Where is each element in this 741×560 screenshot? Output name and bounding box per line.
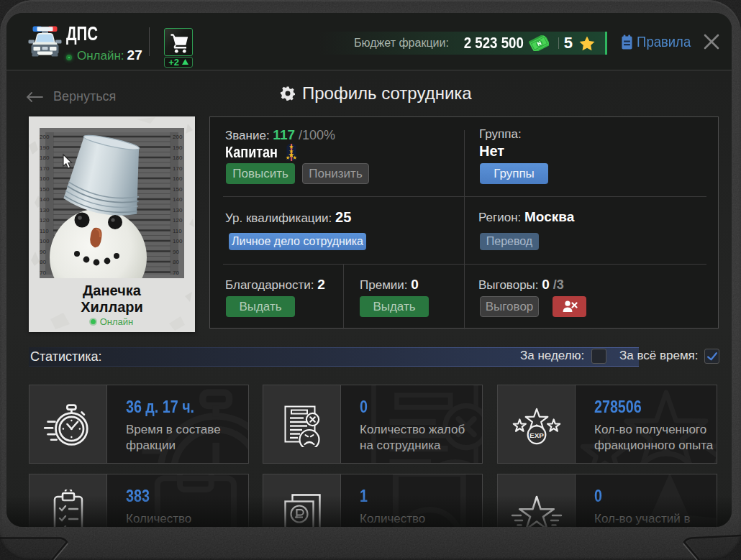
svg-text:EXP: EXP — [529, 431, 544, 439]
svg-text:130: 130 — [40, 207, 50, 214]
svg-text:200: 200 — [40, 134, 50, 140]
svg-text:70: 70 — [40, 270, 46, 276]
svg-text:140: 140 — [173, 196, 183, 203]
svg-text:180: 180 — [173, 155, 183, 161]
svg-text:90: 90 — [173, 249, 179, 255]
svg-text:190: 190 — [173, 144, 183, 151]
svg-text:100: 100 — [173, 238, 183, 244]
svg-text:80: 80 — [40, 259, 46, 265]
svg-text:100: 100 — [40, 238, 50, 244]
svg-text:120: 120 — [173, 217, 183, 224]
svg-text:180: 180 — [40, 155, 50, 161]
svg-text:90: 90 — [40, 249, 46, 255]
svg-text:150: 150 — [173, 186, 183, 193]
svg-text:110: 110 — [173, 228, 182, 234]
svg-text:70: 70 — [173, 270, 179, 276]
svg-text:110: 110 — [40, 228, 49, 234]
svg-text:150: 150 — [40, 186, 50, 193]
svg-text:190: 190 — [40, 144, 50, 151]
svg-text:140: 140 — [40, 196, 50, 203]
svg-text:170: 170 — [173, 165, 183, 172]
svg-text:170: 170 — [40, 165, 50, 172]
svg-text:130: 130 — [173, 207, 183, 214]
svg-text:80: 80 — [173, 259, 179, 265]
svg-text:160: 160 — [173, 175, 183, 182]
svg-text:120: 120 — [40, 217, 50, 224]
svg-text:160: 160 — [40, 175, 50, 182]
svg-text:200: 200 — [173, 134, 183, 140]
